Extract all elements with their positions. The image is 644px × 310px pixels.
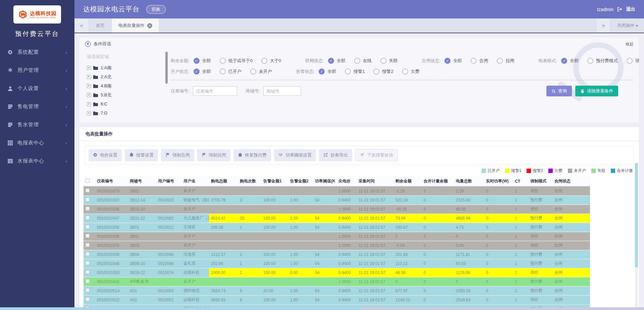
search-button[interactable]: 查询	[546, 86, 572, 96]
row-checkbox[interactable]	[86, 216, 90, 220]
tab-meter-batch[interactable]: 电表批量操作 ✕	[112, 18, 159, 33]
radio-option[interactable]: 拉闸	[497, 58, 514, 64]
radio-icon[interactable]	[261, 58, 267, 64]
table-row[interactable]: 001001033E2B15-20未开户1.000011-21 16:01:57…	[84, 205, 590, 214]
radio-icon[interactable]	[402, 69, 408, 75]
table-vertical-scrollbar-thumb[interactable]	[635, 163, 638, 267]
tree-expander-icon[interactable]: +	[87, 102, 91, 106]
radio-option[interactable]: 低于或等于0	[220, 58, 253, 64]
logout-icon[interactable]	[617, 6, 623, 12]
tree-node-2[interactable]: +4:B南	[85, 81, 165, 90]
table-row[interactable]: 00100103202B12-140010023铭扬电气（陈过2709.7631…	[84, 195, 590, 205]
table-row[interactable]: 00100103472B21-220010062允儿服装厂（原4514.4220…	[84, 214, 590, 223]
radio-option[interactable]: 在线	[354, 58, 372, 64]
table-row[interactable]: 00100103483B09-100010048金礼宽202.661100.00…	[84, 259, 590, 268]
tree-expander-icon[interactable]: +	[87, 75, 91, 79]
select-all-checkbox[interactable]	[86, 179, 90, 183]
meter-no-input[interactable]	[193, 86, 237, 96]
radio-option[interactable]: 报警2	[373, 69, 393, 75]
toolbar-button-0[interactable]: 电价设置	[89, 149, 122, 161]
tree-expander-icon[interactable]: +	[87, 66, 91, 70]
table-row[interactable]: 001001051AA010010003德邦物流2624.73520.001.0…	[84, 286, 590, 295]
radio-icon[interactable]	[380, 58, 386, 64]
radio-option[interactable]: ✓全部	[328, 58, 345, 64]
sidebar-item-4[interactable]: 售水管理‹	[0, 116, 74, 134]
row-checkbox[interactable]	[86, 188, 90, 192]
radio-option[interactable]: 未开户	[250, 69, 272, 75]
tree-scrollbar-thumb[interactable]	[165, 52, 168, 84]
radio-option[interactable]: 强制模式	[627, 58, 639, 64]
row-checkbox[interactable]	[86, 279, 90, 283]
tree-expander-icon[interactable]: +	[87, 111, 91, 115]
collapse-link[interactable]: 收起	[626, 41, 634, 47]
radio-checked-icon[interactable]: ✓	[194, 69, 200, 75]
sidebar-item-1[interactable]: 用户管理‹	[0, 61, 74, 79]
radio-option[interactable]: 欠费	[402, 69, 420, 75]
radio-option[interactable]: 报警1	[345, 69, 365, 75]
table-row[interactable]: 0010010418400配备用未开户1.000011-21 16:01:570…	[84, 277, 590, 286]
row-checkbox[interactable]	[86, 288, 90, 292]
logout-button[interactable]: 退出	[626, 6, 635, 12]
radio-icon[interactable]	[627, 58, 633, 64]
table-row[interactable]: 00100103063B02未开户1.000011-21 16:01:57000…	[84, 232, 590, 241]
tree-node-1[interactable]: +2:A北	[85, 72, 165, 81]
toolbar-button-2[interactable]: 强制合闸	[161, 149, 194, 161]
toolbar-button-7[interactable]: 下发报警短信	[355, 149, 398, 161]
row-checkbox[interactable]	[86, 243, 90, 247]
switch-button[interactable]: 切换	[146, 5, 166, 14]
radio-checked-icon[interactable]: ✓	[194, 58, 200, 64]
page-horizontal-scrollbar-thumb[interactable]	[0, 307, 361, 310]
row-checkbox[interactable]	[86, 234, 90, 238]
sidebar-item-3[interactable]: 售电管理‹	[0, 97, 74, 116]
sidebar-item-6[interactable]: 水报表中心‹	[0, 152, 74, 170]
tab-close-icon[interactable]: ✕	[147, 23, 152, 28]
row-checkbox[interactable]	[86, 225, 90, 229]
clear-search-button[interactable]: 清除搜索条件	[575, 86, 618, 96]
radio-icon[interactable]	[471, 58, 477, 64]
radio-option[interactable]: ✓全部	[444, 58, 462, 64]
radio-checked-icon[interactable]: ✓	[444, 58, 450, 64]
table-row[interactable]: 00100103083B010010022王维喜295.561100.001.0…	[84, 223, 590, 232]
sidebar-item-2[interactable]: 个人设置‹	[0, 79, 74, 97]
tree-node-4[interactable]: +6:C	[85, 99, 165, 108]
radio-option[interactable]: ✓全部	[561, 58, 579, 64]
row-checkbox[interactable]	[86, 207, 90, 211]
radio-icon[interactable]	[220, 69, 226, 75]
tree-node-3[interactable]: +5:B北	[85, 90, 165, 99]
radio-icon[interactable]	[220, 58, 226, 64]
radio-option[interactable]: 预付费模式	[587, 58, 618, 64]
radio-option[interactable]: ✓全部	[319, 69, 336, 75]
row-checkbox[interactable]	[86, 297, 90, 301]
row-checkbox[interactable]	[86, 252, 90, 256]
radio-option[interactable]: ✓全部	[194, 69, 211, 75]
radio-option[interactable]: ✓全部	[194, 58, 211, 64]
tree-expander-icon[interactable]: +	[87, 84, 91, 88]
radio-icon[interactable]	[345, 69, 351, 75]
close-operations-dropdown[interactable]: 关闭操作 ▾	[610, 18, 644, 33]
radio-option[interactable]: 大于0	[261, 58, 281, 64]
table-row[interactable]: 00100103732B02未开户1.000011-21 16:01:57-2.…	[84, 186, 590, 195]
tabs-scroll-right-icon[interactable]: »	[596, 18, 610, 33]
row-checkbox[interactable]	[86, 197, 90, 202]
radio-icon[interactable]	[373, 69, 379, 75]
tree-node-5[interactable]: +7:D	[85, 108, 165, 118]
radio-option[interactable]: 已开户	[220, 69, 241, 75]
shop-no-input[interactable]	[263, 86, 301, 96]
toolbar-button-4[interactable]: 恢复预付费	[233, 149, 271, 161]
tree-node-0[interactable]: +1:A南	[85, 63, 165, 72]
radio-checked-icon[interactable]: ✓	[328, 58, 334, 64]
tree-expander-icon[interactable]: +	[87, 93, 91, 97]
table-row[interactable]: 00100103743B03未开户1.000011-21 16:01:57-0.…	[84, 241, 590, 250]
radio-option[interactable]: 失联	[380, 58, 398, 64]
radio-icon[interactable]	[587, 58, 593, 64]
radio-checked-icon[interactable]: ✓	[319, 69, 325, 75]
row-checkbox[interactable]	[86, 261, 90, 265]
table-row[interactable]: 001001035D3B19-220010074达模科技1000.002150.…	[84, 268, 590, 277]
radio-option[interactable]: 合闸	[471, 58, 488, 64]
radio-checked-icon[interactable]: ✓	[561, 58, 567, 64]
radio-icon[interactable]	[354, 58, 360, 64]
table-row[interactable]: 0010010522A020010001达模科技3630.838100.001.…	[84, 295, 590, 304]
toolbar-button-3[interactable]: 强制拉闸	[197, 149, 230, 161]
row-checkbox[interactable]	[86, 270, 90, 274]
toolbar-button-1[interactable]: 报警设置	[125, 149, 158, 161]
